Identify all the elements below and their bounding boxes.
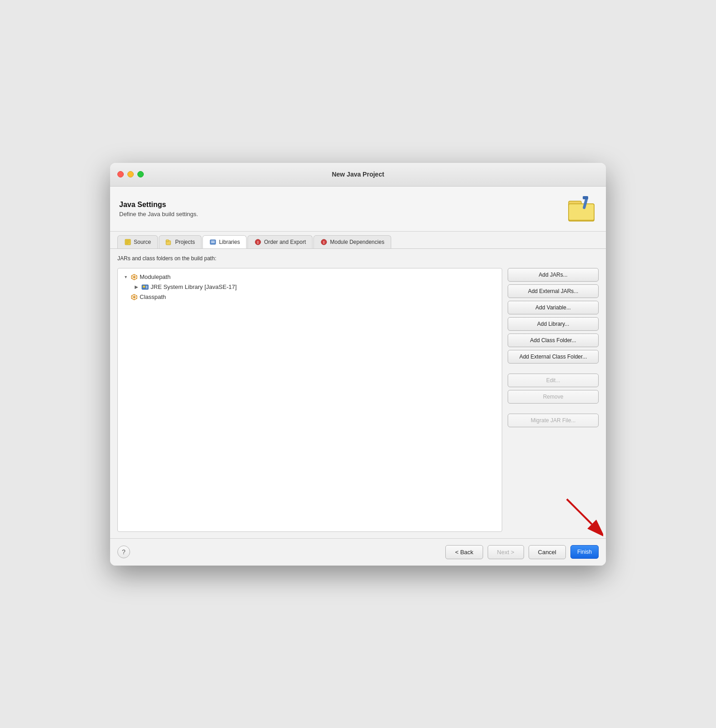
bottom-left: ? <box>117 546 130 558</box>
tree-panel: ▾ Modulepath <box>117 268 502 532</box>
tree-item-jre[interactable]: ▶ JRE System Library [JavaSE-17] <box>120 282 500 292</box>
svg-line-23 <box>135 276 137 277</box>
window-title: New Java Project <box>332 171 384 178</box>
tab-module-deps-label: Module Dependencies <box>330 239 384 245</box>
remove-button[interactable]: Remove <box>508 390 599 404</box>
jre-icon <box>141 283 149 291</box>
main-window: New Java Project Java Settings Define th… <box>110 163 606 566</box>
svg-line-21 <box>131 276 133 277</box>
tab-projects-label: Projects <box>175 239 195 245</box>
svg-line-33 <box>131 296 133 297</box>
titlebar: New Java Project <box>110 163 606 187</box>
svg-rect-26 <box>143 286 145 288</box>
tab-libraries[interactable]: Libraries <box>202 235 247 248</box>
classpath-icon <box>131 293 138 301</box>
tab-projects[interactable]: Projects <box>159 235 202 248</box>
svg-rect-12 <box>211 241 215 242</box>
header-text: Java Settings Define the Java build sett… <box>119 201 198 217</box>
svg-text:!: ! <box>257 240 259 245</box>
tab-order-export-label: Order and Export <box>264 239 306 245</box>
jre-toggle[interactable]: ▶ <box>133 284 140 289</box>
modulepath-label: Modulepath <box>140 273 171 280</box>
edit-button[interactable]: Edit... <box>508 374 599 387</box>
minimize-button[interactable] <box>127 171 134 177</box>
content-area: ▾ Modulepath <box>117 268 599 532</box>
zoom-button[interactable] <box>137 171 144 177</box>
tab-source-label: Source <box>134 239 151 245</box>
svg-rect-13 <box>211 242 215 243</box>
order-export-tab-icon: ! <box>254 238 262 246</box>
svg-point-30 <box>133 296 135 298</box>
svg-point-18 <box>133 276 135 278</box>
help-button[interactable]: ? <box>117 546 130 558</box>
svg-line-35 <box>135 296 137 297</box>
jre-label: JRE System Library [JavaSE-17] <box>151 283 237 290</box>
projects-tab-icon <box>166 238 173 246</box>
finish-button[interactable]: Finish <box>570 545 599 559</box>
tabs-bar: Source Projects Libraries ! Order and Ex… <box>110 232 606 249</box>
close-button[interactable] <box>117 171 124 177</box>
classpath-label: Classpath <box>140 293 166 300</box>
modulepath-icon <box>131 273 138 281</box>
traffic-lights <box>117 171 144 177</box>
back-button[interactable]: < Back <box>445 545 483 559</box>
add-external-jars-button[interactable]: Add External JARs... <box>508 284 599 298</box>
cancel-button[interactable]: Cancel <box>529 545 566 559</box>
svg-text:!: ! <box>323 240 325 245</box>
tab-module-deps[interactable]: ! Module Dependencies <box>313 235 391 248</box>
modulepath-toggle[interactable]: ▾ <box>122 274 129 279</box>
main-content: JARs and class folders on the build path… <box>110 249 606 538</box>
tab-libraries-label: Libraries <box>219 239 240 245</box>
add-jars-button[interactable]: Add JARs... <box>508 268 599 282</box>
add-variable-button[interactable]: Add Variable... <box>508 301 599 314</box>
svg-rect-4 <box>583 196 588 199</box>
svg-line-22 <box>135 278 137 278</box>
svg-rect-2 <box>569 204 594 220</box>
svg-line-34 <box>135 298 137 298</box>
svg-line-24 <box>131 278 133 278</box>
header-area: Java Settings Define the Java build sett… <box>110 187 606 232</box>
tree-item-modulepath[interactable]: ▾ Modulepath <box>120 272 500 282</box>
side-buttons-panel: Add JARs... Add External JARs... Add Var… <box>508 268 599 532</box>
next-button[interactable]: Next > <box>488 545 524 559</box>
add-external-class-folder-button[interactable]: Add External Class Folder... <box>508 350 599 364</box>
build-path-label: JARs and class folders on the build path… <box>117 255 599 262</box>
tab-order-export[interactable]: ! Order and Export <box>247 235 313 248</box>
bottom-right: < Back Next > Cancel Finish <box>445 545 599 559</box>
folder-icon <box>568 195 597 224</box>
page-subtitle: Define the Java build settings. <box>119 211 198 217</box>
bottom-bar: ? < Back Next > Cancel Finish <box>110 538 606 566</box>
svg-line-36 <box>131 298 133 298</box>
tab-source[interactable]: Source <box>117 235 158 248</box>
module-deps-tab-icon: ! <box>320 238 328 246</box>
svg-rect-10 <box>166 240 169 242</box>
tree-item-classpath[interactable]: Classpath <box>120 292 500 302</box>
migrate-jar-button[interactable]: Migrate JAR File... <box>508 414 599 427</box>
source-tab-icon <box>124 238 131 246</box>
add-class-folder-button[interactable]: Add Class Folder... <box>508 334 599 347</box>
libraries-tab-icon <box>209 238 217 246</box>
add-library-button[interactable]: Add Library... <box>508 317 599 331</box>
page-title: Java Settings <box>119 201 198 209</box>
